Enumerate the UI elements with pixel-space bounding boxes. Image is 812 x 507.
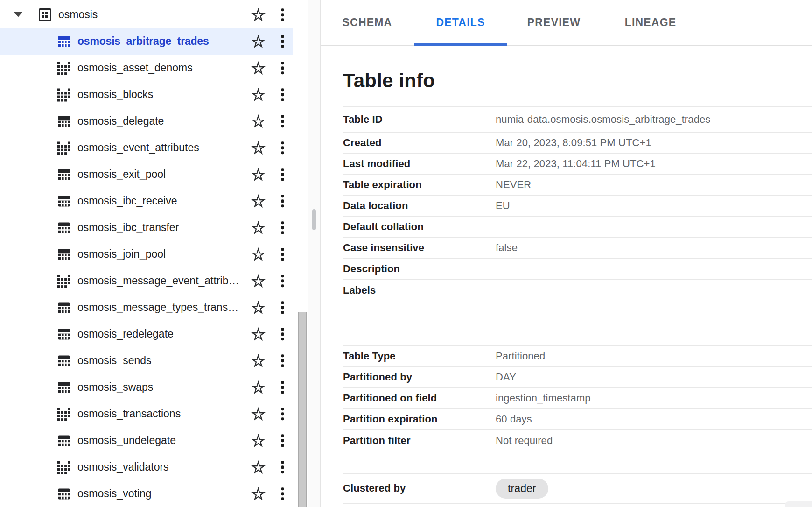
tree-row-table[interactable]: osmosis_join_pool <box>0 241 293 268</box>
table-icon <box>56 380 71 395</box>
detail-label: Case insensitive <box>343 242 496 254</box>
star-icon[interactable] <box>251 194 266 208</box>
tab-lineage[interactable]: LINEAGE <box>601 0 700 45</box>
star-icon[interactable] <box>251 460 266 474</box>
tree-row-table[interactable]: osmosis_ibc_transfer <box>0 214 293 241</box>
kebab-menu-icon[interactable] <box>280 87 285 102</box>
detail-value: false <box>496 242 518 254</box>
kebab-menu-icon[interactable] <box>280 353 285 368</box>
tree-row-table[interactable]: osmosis_undelegate <box>0 427 293 454</box>
detail-row: CreatedMar 20, 2023, 8:09:51 PM UTC+1 <box>343 133 812 154</box>
tree-row-table[interactable]: osmosis_transactions <box>0 401 293 427</box>
kebab-menu-icon[interactable] <box>280 34 285 49</box>
tree-row-dataset[interactable]: osmosis <box>0 1 293 28</box>
tree-item-label: osmosis_message_event_attrib… <box>77 275 239 287</box>
tree-item-label: osmosis_exit_pool <box>77 168 166 181</box>
star-icon[interactable] <box>251 114 266 128</box>
tree-row-table[interactable]: osmosis_redelegate <box>0 321 293 347</box>
star-icon[interactable] <box>251 353 266 368</box>
tree-row-table[interactable]: osmosis_blocks <box>0 81 293 108</box>
sidebar-scrollbar-thumb[interactable] <box>298 312 307 507</box>
detail-label: Table ID <box>343 113 496 126</box>
kebab-menu-icon[interactable] <box>280 486 285 501</box>
tree-row-table[interactable]: osmosis_swaps <box>0 374 293 401</box>
detail-value: Mar 20, 2023, 8:09:51 PM UTC+1 <box>496 137 651 149</box>
caret-down-icon[interactable] <box>14 12 22 17</box>
panel-splitter[interactable] <box>308 0 321 507</box>
tree-row-table[interactable]: osmosis_delegate <box>0 108 293 134</box>
tree-item-label: osmosis_undelegate <box>77 434 176 447</box>
star-icon[interactable] <box>251 247 266 261</box>
detail-value: NEVER <box>496 179 531 191</box>
tree-row-table[interactable]: osmosis_ibc_receive <box>0 188 293 214</box>
star-icon[interactable] <box>251 61 266 75</box>
detail-row: Table IDnumia-data.osmosis.osmosis_arbit… <box>343 107 812 133</box>
kebab-menu-icon[interactable] <box>280 7 285 22</box>
kebab-menu-icon[interactable] <box>280 141 285 155</box>
detail-value: Mar 22, 2023, 11:04:11 PM UTC+1 <box>496 158 656 170</box>
detail-value: DAY <box>496 371 516 383</box>
tab-schema[interactable]: SCHEMA <box>321 0 414 45</box>
star-icon[interactable] <box>251 380 266 394</box>
kebab-menu-icon[interactable] <box>280 274 285 289</box>
tree-row-table[interactable]: osmosis_validators <box>0 454 293 480</box>
star-icon[interactable] <box>251 274 266 288</box>
kebab-menu-icon[interactable] <box>280 61 285 76</box>
detail-label: Table Type <box>343 350 496 362</box>
tab-details[interactable]: DETAILS <box>414 0 507 45</box>
tab-preview[interactable]: PREVIEW <box>507 0 601 45</box>
horizontal-scrollbar[interactable] <box>785 501 812 507</box>
tab-label: PREVIEW <box>527 16 581 29</box>
kebab-menu-icon[interactable] <box>280 407 285 422</box>
detail-row: Labels <box>343 280 812 301</box>
dotted-table-icon <box>56 274 71 289</box>
star-icon[interactable] <box>251 327 266 341</box>
tree-row-table[interactable]: osmosis_exit_pool <box>0 161 293 188</box>
splitter-drag-handle-icon[interactable] <box>312 209 316 230</box>
star-icon[interactable] <box>251 486 266 501</box>
kebab-menu-icon[interactable] <box>280 247 285 262</box>
kebab-menu-icon[interactable] <box>280 220 285 235</box>
kebab-menu-icon[interactable] <box>280 194 285 209</box>
detail-row: Default collation <box>343 217 812 238</box>
detail-row: Table TypePartitioned <box>343 346 812 367</box>
table-details-panel: SCHEMADETAILSPREVIEWLINEAGE Table info T… <box>321 0 812 507</box>
star-icon[interactable] <box>251 433 266 448</box>
tab-label: DETAILS <box>436 16 485 29</box>
table-icon <box>56 34 71 49</box>
star-icon[interactable] <box>251 220 266 235</box>
tree-row-table[interactable]: osmosis_event_attributes <box>0 134 293 161</box>
star-icon[interactable] <box>251 7 266 22</box>
page-title: Table info <box>343 70 812 91</box>
kebab-menu-icon[interactable] <box>280 114 285 129</box>
explorer-sidebar: osmosis osmosis_arbitrage_trades osmosis… <box>0 0 308 507</box>
star-icon[interactable] <box>251 141 266 155</box>
tree-row-table[interactable]: osmosis_message_types_trans… <box>0 294 293 321</box>
star-icon[interactable] <box>251 34 266 49</box>
star-icon[interactable] <box>251 300 266 315</box>
detail-label: Table expiration <box>343 179 496 191</box>
tree-item-label: osmosis <box>58 8 98 21</box>
kebab-menu-icon[interactable] <box>280 327 285 342</box>
kebab-menu-icon[interactable] <box>280 433 285 448</box>
detail-row: Last modifiedMar 22, 2023, 11:04:11 PM U… <box>343 154 812 175</box>
tree-row-table[interactable]: osmosis_voting <box>0 480 293 507</box>
kebab-menu-icon[interactable] <box>280 460 285 475</box>
detail-row: Case insensitivefalse <box>343 238 812 259</box>
details-section: Table IDnumia-data.osmosis.osmosis_arbit… <box>343 106 812 301</box>
details-sections: Table IDnumia-data.osmosis.osmosis_arbit… <box>343 106 812 504</box>
tree-row-table[interactable]: osmosis_asset_denoms <box>0 55 293 81</box>
star-icon[interactable] <box>251 87 266 102</box>
tree-row-table[interactable]: osmosis_arbitrage_trades <box>0 28 293 55</box>
kebab-menu-icon[interactable] <box>280 167 285 182</box>
table-icon <box>56 433 71 448</box>
kebab-menu-icon[interactable] <box>280 380 285 395</box>
star-icon[interactable] <box>251 407 266 421</box>
tree-item-label: osmosis_ibc_receive <box>77 195 177 207</box>
tree-row-table[interactable]: osmosis_sends <box>0 347 293 374</box>
kebab-menu-icon[interactable] <box>280 300 285 315</box>
detail-row: Description <box>343 259 812 280</box>
tree-row-table[interactable]: osmosis_message_event_attrib… <box>0 268 293 294</box>
detail-label: Partition filter <box>343 435 496 447</box>
star-icon[interactable] <box>251 167 266 182</box>
